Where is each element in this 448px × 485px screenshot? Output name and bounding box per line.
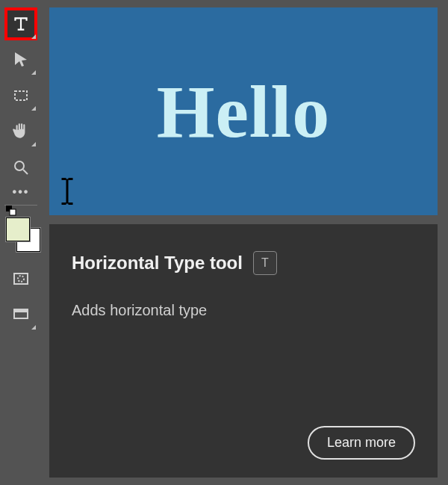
app-root: ••• Hello [0,0,448,485]
flyout-indicator-icon [31,142,36,146]
screen-mode-icon [12,306,30,324]
svg-line-2 [23,170,28,174]
hand-tool-icon [11,122,31,141]
svg-point-1 [15,161,24,170]
zoom-tool[interactable] [4,151,37,184]
marquee-tool-icon [12,87,30,105]
zoom-tool-icon [12,158,30,176]
quick-mask-icon [12,270,30,288]
flyout-indicator-icon [31,70,36,75]
move-tool-icon [12,51,30,69]
svg-rect-8 [14,309,28,312]
flyout-indicator-icon [31,325,36,330]
svg-rect-4 [10,209,16,215]
type-tool[interactable] [4,7,37,40]
svg-rect-0 [15,91,27,100]
svg-rect-5 [14,274,28,284]
marquee-tool[interactable] [4,79,37,112]
type-tool-icon [11,14,31,34]
tool-title-row: Horizontal Type tool T [72,251,415,275]
default-colors-icon[interactable] [6,206,16,216]
learn-more-button[interactable]: Learn more [308,426,415,460]
screen-mode-tool[interactable] [4,298,37,331]
tooltip-panel: Hello Horizontal Type tool T Adds horizo… [42,0,448,485]
tool-preview: Hello [49,7,438,215]
shortcut-badge: T [253,251,277,275]
flyout-indicator-icon [31,106,36,111]
text-cursor-icon [58,178,76,208]
preview-sample-text: Hello [157,69,331,155]
tool-info-panel: Horizontal Type tool T Adds horizontal t… [49,224,438,478]
flyout-indicator-icon [31,34,36,39]
foreground-color-swatch[interactable] [6,217,30,241]
tools-toolbar: ••• [0,0,42,485]
more-tools-icon[interactable]: ••• [4,187,37,197]
hand-tool[interactable] [4,115,37,148]
move-tool[interactable] [4,43,37,76]
tool-title: Horizontal Type tool [72,253,243,274]
svg-point-6 [18,276,24,282]
tool-description: Adds horizontal type [72,302,415,319]
color-swatches[interactable] [4,216,37,252]
quick-mask-tool[interactable] [4,262,37,295]
